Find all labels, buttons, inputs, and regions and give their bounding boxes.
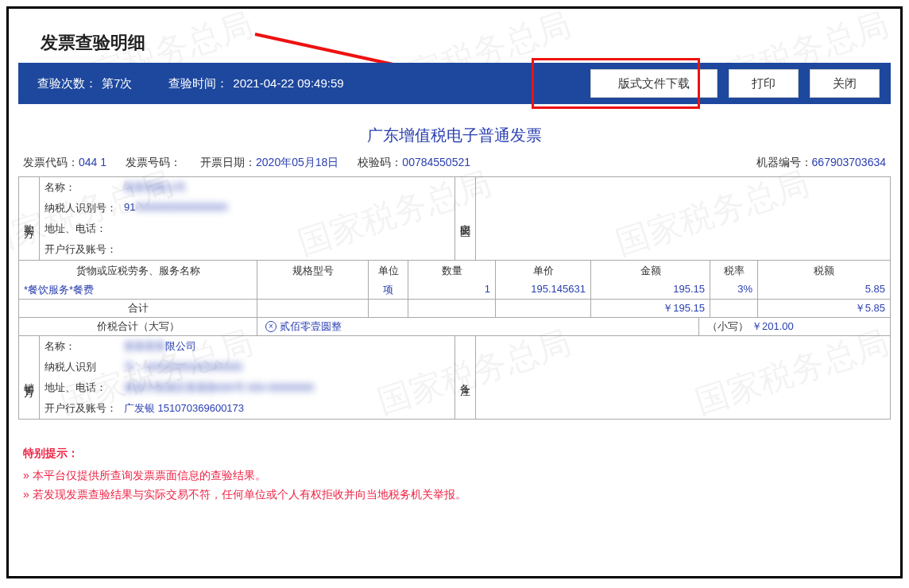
invoice-title: 广东增值税电子普通发票 <box>18 125 891 146</box>
check-time: 查验时间：2021-04-22 09:49:59 <box>168 76 343 91</box>
buyer-block: 购买方 名称：某某有限公司 纳税人识别号：910000000000000000 … <box>18 176 891 261</box>
invoice-code: 发票代码：044 1 <box>23 156 106 170</box>
remark-label: 备注 <box>454 336 475 419</box>
check-count: 查验次数：第7次 <box>37 76 132 91</box>
tips-line: » 本平台仅提供所查询发票票面信息的查验结果。 <box>23 469 891 483</box>
items-sum-row: 合计 ￥195.15 ￥5.85 <box>19 299 890 317</box>
item-row: *餐饮服务*餐费 项 1 195.145631 195.15 3% 5.85 <box>19 281 890 299</box>
seller-addr: 某某市某某区某某路000号 000-00000000 <box>124 381 314 395</box>
seller-taxid: 号：00000000000000000 <box>124 360 242 374</box>
buyer-name: 某某有限公司 <box>124 180 186 195</box>
window-frame: 国家税务总局 国家税务总局 国家税务总局 国家税务总局 国家税务总局 国家税务总… <box>6 6 903 578</box>
buyer-side-label: 购买方 <box>19 177 40 260</box>
seller-bank: 广发银 151070369600173 <box>124 401 244 416</box>
machine-number: 机器编号：667903703634 <box>756 156 886 170</box>
password-area <box>475 177 891 260</box>
close-button[interactable]: 关闭 <box>810 69 880 98</box>
remark-area <box>475 336 891 419</box>
seller-side-label: 销售方 <box>19 336 40 419</box>
invoice-meta: 发票代码：044 1 发票号码： 开票日期：2020年05月18日 校验码：00… <box>18 156 891 176</box>
password-area-label: 密码区 <box>454 177 475 260</box>
print-button[interactable]: 打印 <box>729 69 799 98</box>
items-block: 货物或应税劳务、服务名称 规格型号 单位 数量 单价 金额 税率 税额 *餐饮服… <box>18 261 891 336</box>
invoice-date: 开票日期：2020年05月18日 <box>200 156 338 170</box>
tips-line: » 若发现发票查验结果与实际交易不符，任何单位或个人有权拒收并向当地税务机关举报… <box>23 488 891 502</box>
items-total-row: 价税合计（大写） ×贰佰零壹圆整 （小写）￥201.00 <box>19 317 890 335</box>
download-button[interactable]: 版式文件下载 <box>590 69 718 98</box>
circle-x-icon: × <box>265 321 277 332</box>
buyer-taxid: 91 <box>124 201 135 215</box>
action-bar: 查验次数：第7次 查验时间：2021-04-22 09:49:59 版式文件下载… <box>18 63 891 104</box>
tips-heading: 特别提示： <box>23 447 891 461</box>
invoice-number: 发票号码： <box>126 156 181 170</box>
tips-block: 特别提示： » 本平台仅提供所查询发票票面信息的查验结果。 » 若发现发票查验结… <box>23 447 891 502</box>
seller-name: 限公司 <box>165 339 196 354</box>
invoice-area: 广东增值税电子普通发票 发票代码：044 1 发票号码： 开票日期：2020年0… <box>18 104 891 420</box>
seller-block: 销售方 名称：某某某某限公司 纳税人识别号：00000000000000000 … <box>18 336 891 420</box>
check-code: 校验码：00784550521 <box>358 156 470 170</box>
page-title: 发票查验明细 <box>41 31 891 55</box>
